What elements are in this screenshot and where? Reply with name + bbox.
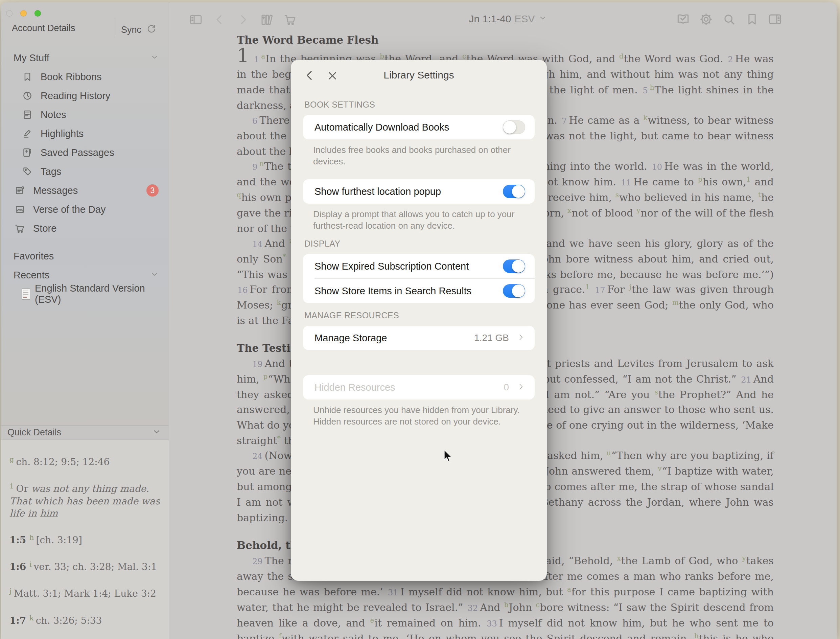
search-icon[interactable] xyxy=(722,12,737,28)
cross-reference-marker[interactable]: e xyxy=(370,616,374,625)
chevron-right-icon[interactable] xyxy=(236,13,250,28)
cross-reference-marker[interactable]: h xyxy=(694,632,699,639)
cross-reference-marker[interactable]: s xyxy=(616,191,619,199)
cross-reference-marker[interactable]: y xyxy=(637,207,640,215)
footnote-marker[interactable]: 1 xyxy=(746,175,751,183)
cross-reference-marker[interactable]: t xyxy=(758,191,761,199)
setting-label: Show furthest location popup xyxy=(314,186,503,197)
library-icon[interactable] xyxy=(260,13,274,28)
cross-reference-marker[interactable]: a xyxy=(567,585,571,593)
verse-number: 6 xyxy=(252,116,257,126)
cross-reference-marker[interactable]: x xyxy=(567,207,571,215)
panel-right-icon[interactable] xyxy=(768,12,783,28)
settings-row-automatically-download-books[interactable]: Automatically Download Books xyxy=(303,115,535,139)
verse-number: 14 xyxy=(252,240,263,249)
toggle-knob xyxy=(512,185,525,198)
sidebar-item-reading-history[interactable]: Reading History xyxy=(1,86,169,105)
toggle-switch[interactable] xyxy=(503,259,525,273)
footnote-marker[interactable]: 1 xyxy=(585,283,590,291)
quick-details-header[interactable]: Quick Details xyxy=(1,425,169,439)
cross-reference-marker[interactable]: k xyxy=(643,114,648,122)
toolbar-right xyxy=(676,12,783,28)
settings-card: Hidden Resources0 xyxy=(303,375,535,399)
toggle-switch[interactable] xyxy=(503,185,525,198)
sync-label: Sync xyxy=(121,25,141,35)
cross-reference-marker[interactable]: a xyxy=(261,52,265,60)
cross-reference-marker[interactable]: s xyxy=(654,388,658,396)
cross-reference-marker[interactable]: m xyxy=(672,298,679,307)
sync-icon xyxy=(145,23,157,37)
cross-reference-marker[interactable]: j xyxy=(629,283,631,291)
sidebar: Account Details Sync My StuffBook Ribbon… xyxy=(1,2,169,639)
gear-icon[interactable] xyxy=(699,12,713,28)
panel-left-icon[interactable] xyxy=(189,13,203,28)
book-check-icon[interactable] xyxy=(676,12,691,28)
footnote-entry: 1:7 kch. 3:26; 5:33 xyxy=(10,612,160,627)
cross-reference-marker[interactable]: n xyxy=(259,160,264,168)
cross-reference-marker[interactable]: c xyxy=(462,52,466,60)
window-controls xyxy=(6,10,41,17)
tag-icon xyxy=(22,166,33,177)
cross-reference-marker[interactable]: h xyxy=(650,83,654,91)
window-minimize-button[interactable] xyxy=(20,10,27,17)
settings-row-show-furthest-location-popup[interactable]: Show furthest location popup xyxy=(303,179,535,203)
footnote-entry: 1:6 iver. 33; ch. 3:28; Mal. 3:1 xyxy=(10,558,160,573)
chevron-down-icon[interactable] xyxy=(152,427,161,438)
toggle-switch[interactable] xyxy=(503,121,525,134)
settings-card: Manage Storage1.21 GB xyxy=(303,326,535,350)
sidebar-list: My StuffBook RibbonsReading HistoryNotes… xyxy=(1,48,169,304)
passage-version: ESV xyxy=(515,13,535,25)
verse-number: 33 xyxy=(487,619,497,628)
settings-row-show-store-items-in-search-results[interactable]: Show Store Items in Search Results xyxy=(303,279,535,303)
cross-reference-marker[interactable]: d xyxy=(619,52,624,60)
sidebar-item-label: Verse of the Day xyxy=(33,204,105,215)
sidebar-item-tags[interactable]: Tags xyxy=(1,162,169,181)
toggle-knob xyxy=(503,121,516,134)
footnote-marker[interactable]: * xyxy=(283,252,286,261)
cross-reference-marker[interactable]: p xyxy=(698,175,702,183)
account-details-button[interactable]: Account Details xyxy=(12,23,75,33)
sidebar-item-store[interactable]: Store xyxy=(1,219,169,238)
settings-row-manage-storage[interactable]: Manage Storage1.21 GB xyxy=(303,326,535,350)
cross-reference-marker[interactable]: u xyxy=(607,449,611,457)
sidebar-item-messages[interactable]: Messages3 xyxy=(1,181,169,200)
sidebar-item-label: Favorites xyxy=(14,251,54,262)
window-zoom-button[interactable] xyxy=(35,10,41,17)
sidebar-item-label: Book Ribbons xyxy=(41,72,102,83)
cross-reference-marker[interactable]: y xyxy=(742,554,746,562)
sidebar-item-saved-passages[interactable]: Saved Passages xyxy=(1,143,169,162)
cross-reference-marker[interactable]: b xyxy=(380,52,384,60)
cross-reference-marker[interactable]: f xyxy=(279,632,281,639)
cross-reference-marker[interactable]: x xyxy=(617,554,621,562)
sidebar-item-my-stuff[interactable]: My Stuff xyxy=(1,48,169,67)
sidebar-item-verse-of-the-day[interactable]: Verse of the Day xyxy=(1,200,169,219)
settings-row-show-expired-subscription-content[interactable]: Show Expired Subscription Content xyxy=(303,254,535,278)
sidebar-item-notes[interactable]: Notes xyxy=(1,105,169,124)
sidebar-item-label: English Standard Version (ESV) xyxy=(35,283,169,305)
settings-row-hidden-resources[interactable]: Hidden Resources0 xyxy=(303,375,535,399)
passage-selector[interactable]: Jn 1:1-40 ESV xyxy=(444,13,572,25)
chevron-down-icon[interactable] xyxy=(151,270,159,281)
bookmark-icon[interactable] xyxy=(745,12,759,28)
sidebar-item-recents[interactable]: Recents xyxy=(1,265,169,285)
cross-reference-marker[interactable]: q xyxy=(237,191,241,199)
chevron-left-icon[interactable] xyxy=(212,13,227,28)
sidebar-item-favorites[interactable]: Favorites xyxy=(1,246,169,265)
sidebar-item-highlights[interactable]: Highlights xyxy=(1,124,169,143)
sidebar-item-english-standard-version-esv[interactable]: English Standard Version (ESV) xyxy=(1,285,169,304)
chevron-down-icon[interactable] xyxy=(151,52,159,64)
cross-reference-marker[interactable]: b xyxy=(504,601,508,609)
verse-number: 10 xyxy=(652,162,662,172)
toggle-switch[interactable] xyxy=(503,284,525,298)
cross-reference-marker[interactable]: v xyxy=(658,464,661,472)
cross-reference-marker[interactable]: k xyxy=(277,298,281,307)
sync-button[interactable]: Sync xyxy=(121,23,157,37)
footnote-marker[interactable]: * xyxy=(277,434,281,442)
verse-number: 17 xyxy=(595,286,605,295)
cross-reference-marker[interactable]: p xyxy=(264,372,268,381)
sidebar-item-label: Notes xyxy=(41,109,66,121)
window-close-button[interactable] xyxy=(6,10,13,17)
cross-reference-marker[interactable]: c xyxy=(536,601,540,609)
sidebar-item-book-ribbons[interactable]: Book Ribbons xyxy=(1,67,169,86)
cart-icon[interactable] xyxy=(283,13,298,28)
